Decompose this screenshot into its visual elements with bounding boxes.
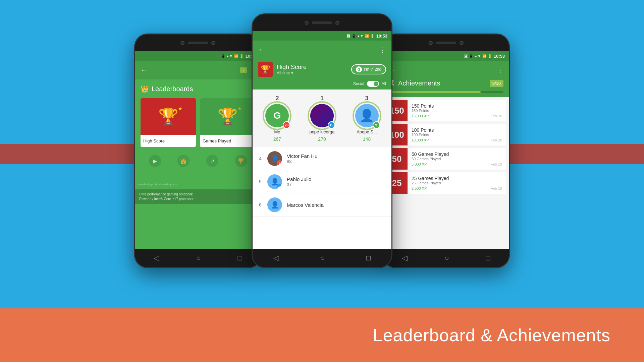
lb-card-gamesplayed[interactable]: 🏆 ★ Games Played — [200, 98, 255, 147]
ach-date-100: Feb 20 — [491, 138, 502, 142]
list-item-victor: 4 👤 9 Victor Fan Hu 88 — [253, 147, 391, 170]
achievement-count: 8/10 — [490, 80, 503, 87]
achievement-title-text: Achievements — [398, 79, 440, 87]
nav-home-center[interactable]: ○ — [320, 254, 325, 262]
nav-back-center[interactable]: ◁ — [273, 254, 279, 262]
nav-back-right[interactable]: ◁ — [402, 254, 408, 262]
phone-top-bar-left — [135, 35, 261, 51]
status-bar-right: 🖼 📱 ▲▼ 📶 🔋 10:53 — [383, 51, 509, 61]
achievement-item-100: 100 100 Points 100 Points 10,000 XP Feb … — [386, 124, 506, 145]
screen-right: ← ⋮ 🎗 Achievements 8/10 — [383, 61, 509, 249]
lb-card-icon-highscore: 🏆 ★ — [141, 98, 196, 135]
podium-rank-1: 1 — [320, 95, 324, 102]
nav-recents-left[interactable]: □ — [238, 254, 242, 262]
ach-subtitle-50: 50 Games Played — [412, 157, 502, 161]
bottom-icons-row: ▶ 👑 ↗ 🏆 — [141, 152, 255, 170]
list-area: 4 👤 9 Victor Fan Hu 88 5 — [253, 147, 391, 249]
ach-title-150: 150 Points — [412, 103, 502, 109]
nav-back-left[interactable]: ◁ — [154, 254, 159, 262]
screen-left: ← 2 ⋮ 👑 Leaderboards — [135, 61, 261, 249]
trophy-icon-btn[interactable]: 🏆 — [235, 155, 247, 167]
left-screen-inner: ← 2 ⋮ 👑 Leaderboards — [135, 61, 261, 204]
more-vert-right[interactable]: ⋮ — [497, 66, 503, 74]
nav-recents-right[interactable]: □ — [486, 254, 490, 262]
list-avatar-badge-victor: 9 — [277, 161, 282, 166]
play-icon-btn[interactable]: ▶ — [149, 155, 161, 167]
podium-area: 2 G 20 Me 267 1 — [253, 89, 391, 147]
camera-right — [429, 41, 433, 45]
level-badge-1: 15 — [328, 121, 335, 129]
leaderboard-cards: 🏆 ★ High Score 🏆 ★ — [141, 98, 255, 147]
camera2-left — [211, 41, 215, 45]
nav-home-right[interactable]: ○ — [444, 254, 449, 262]
ach-xp-150: 15,000 XP — [412, 114, 429, 118]
achievements-list: 150 150 Points 150 Points 15,000 XP Feb … — [383, 97, 509, 249]
podium-avatar-3: 👤 9 — [355, 104, 379, 127]
social-label: Social — [353, 81, 364, 86]
ad-text: Ultra performance gaming notebookPower b… — [139, 192, 195, 201]
hs-title-col: High Score All time ▾ — [277, 64, 347, 75]
right-app-bar: ← ⋮ — [383, 61, 509, 79]
camera2-right — [460, 41, 464, 45]
ach-xp-row-150: 15,000 XP Feb 20 — [412, 114, 502, 118]
ach-xp-row-100: 10,000 XP Feb 20 — [412, 138, 502, 142]
bottom-banner-text: Leaderboard & Achievements — [373, 325, 610, 345]
podium-name-1: pepe lucerga — [309, 129, 334, 134]
phone-bottom-nav-left: ◁ ○ □ — [135, 249, 261, 267]
podium-avatar-1: 15 — [310, 104, 334, 127]
podium-score-2: 267 — [273, 136, 281, 142]
achievement-progress-fill — [389, 91, 481, 93]
badge-left: 2 — [240, 67, 247, 73]
status-icons-center: 🖼 📱 ▲▼ 📶 🔋 — [347, 34, 374, 38]
achievement-item-50: 50 50 Games Played 50 Games Played 5,000… — [386, 148, 506, 170]
status-bar-left: 📱 ▲▼ 📶 🔋 10:53 — [135, 51, 261, 61]
toggle-switch[interactable] — [367, 81, 379, 87]
level-badge-3: 9 — [373, 121, 380, 129]
g-circle: G — [356, 66, 362, 72]
ach-subtitle-100: 100 Points — [412, 133, 502, 137]
ach-title-50: 50 Games Played — [412, 152, 502, 157]
lb-card-icon-gamesplayed: 🏆 ★ — [200, 98, 255, 135]
phone-bottom-nav-right: ◁ ○ □ — [383, 249, 509, 267]
share-icon-btn[interactable]: ↗ — [206, 155, 218, 167]
more-vert-center[interactable]: ⋮ — [379, 46, 386, 54]
list-rank-5: 5 — [258, 179, 263, 184]
rank-badge: G I'm in 2nd — [351, 64, 386, 74]
ach-date-50: Feb 19 — [491, 162, 502, 166]
ach-xp-row-50: 5,000 XP Feb 19 — [412, 162, 502, 166]
ach-xp-row-25: 2,500 XP Feb 19 — [412, 186, 502, 190]
center-app-bar: ← ⋮ — [253, 41, 391, 59]
lb-card-highscore[interactable]: 🏆 ★ High Score — [141, 98, 196, 147]
podium-score-1: 270 — [318, 136, 326, 142]
bottom-banner: Leaderboard & Achievements — [0, 308, 644, 362]
center-content: 2 G 20 Me 267 1 — [253, 89, 391, 249]
achievement-item-25: 25 25 Games Played 25 Games Played 2,500… — [386, 172, 506, 194]
crown-icon-btn[interactable]: 👑 — [177, 155, 190, 167]
all-label: All — [382, 81, 386, 86]
speaker-center — [312, 21, 332, 24]
left-ad-banner: Ultra performance gaming notebookPower b… — [135, 189, 261, 204]
back-arrow-center[interactable]: ← — [258, 46, 265, 54]
ach-info-50: 50 Games Played 50 Games Played 5,000 XP… — [412, 149, 502, 169]
time-center: 10:53 — [376, 34, 387, 39]
nav-recents-center[interactable]: □ — [366, 254, 371, 262]
left-app-bar: ← 2 ⋮ — [135, 61, 261, 79]
ach-date-150: Feb 20 — [491, 114, 502, 118]
list-item-pablo: 5 👤 22 Pablo Julio 37 — [253, 170, 391, 193]
ach-title-25: 25 Games Played — [412, 176, 502, 181]
camera-left — [180, 41, 184, 45]
hs-title: High Score — [277, 64, 347, 71]
ach-info-150: 150 Points 150 Points 15,000 XP Feb 20 — [412, 101, 502, 121]
speaker-left — [188, 42, 208, 44]
podium-player-3: 3 👤 9 Apepe S... 148 — [355, 95, 379, 142]
ach-title-100: 100 Points — [412, 127, 502, 133]
back-arrow-left[interactable]: ← — [141, 66, 148, 74]
ach-subtitle-150: 150 Points — [412, 109, 502, 113]
center-sub-bar: 🏆 High Score All time ▾ G I'm in 2nd — [253, 59, 391, 81]
list-rank-6: 6 — [258, 202, 263, 207]
podium-rank-2: 2 — [275, 95, 279, 102]
ach-info-25: 25 Games Played 25 Games Played 2,500 XP… — [412, 173, 502, 193]
nav-home-left[interactable]: ○ — [196, 254, 201, 262]
lb-card-label-highscore: High Score — [141, 135, 196, 147]
lb-card-label-gamesplayed: Games Played — [200, 135, 255, 147]
